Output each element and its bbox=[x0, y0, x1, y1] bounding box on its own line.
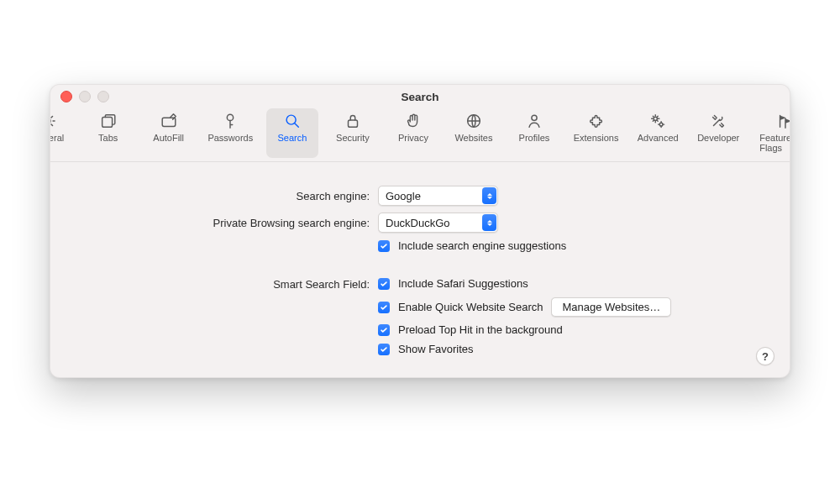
select-value: DuckDuckGo bbox=[386, 217, 450, 229]
lock-icon bbox=[344, 112, 362, 130]
svg-point-0 bbox=[50, 118, 50, 123]
manage-websites-button[interactable]: Manage Websites… bbox=[551, 297, 671, 317]
enable-quick-website-search-checkbox[interactable] bbox=[378, 302, 390, 313]
tab-label: Passwords bbox=[207, 133, 253, 143]
tab-privacy[interactable]: Privacy bbox=[387, 108, 439, 158]
search-engine-select[interactable]: Google bbox=[378, 186, 498, 206]
flags-icon bbox=[776, 112, 790, 130]
search-engine-label: Search engine: bbox=[76, 190, 378, 202]
preferences-window: Search General Tabs bbox=[50, 84, 790, 378]
tab-security[interactable]: Security bbox=[327, 108, 379, 158]
svg-rect-1 bbox=[102, 117, 112, 127]
tools-icon bbox=[709, 112, 727, 130]
content-area: Search engine: Google Private Browsing s… bbox=[50, 162, 790, 377]
include-engine-suggestions-checkbox[interactable] bbox=[378, 240, 390, 252]
globe-icon bbox=[465, 112, 483, 130]
help-button[interactable]: ? bbox=[756, 347, 774, 365]
smart-search-field-label: Smart Search Field: bbox=[76, 277, 378, 291]
select-value: Google bbox=[386, 190, 421, 202]
preload-top-hit-checkbox[interactable] bbox=[378, 324, 390, 336]
minimize-window-button[interactable] bbox=[79, 91, 91, 102]
gears-icon bbox=[648, 112, 667, 130]
private-engine-label: Private Browsing search engine: bbox=[76, 217, 378, 229]
magnifying-glass-icon bbox=[283, 112, 302, 130]
tab-passwords[interactable]: Passwords bbox=[203, 108, 258, 158]
tab-profiles[interactable]: Profiles bbox=[508, 108, 560, 158]
tab-search[interactable]: Search bbox=[266, 108, 318, 158]
puzzle-icon bbox=[587, 112, 606, 130]
tab-websites[interactable]: Websites bbox=[448, 108, 500, 158]
tab-label: Search bbox=[277, 133, 307, 143]
svg-point-9 bbox=[659, 123, 663, 126]
tab-label: AutoFill bbox=[153, 133, 184, 143]
tab-tabs[interactable]: Tabs bbox=[82, 108, 134, 158]
gear-icon bbox=[50, 112, 57, 130]
checkbox-label: Enable Quick Website Search bbox=[398, 301, 543, 313]
tabs-icon bbox=[99, 112, 118, 130]
preferences-toolbar: General Tabs AutoFill bbox=[50, 108, 790, 162]
tab-label: General bbox=[50, 133, 64, 143]
hand-icon bbox=[404, 112, 423, 130]
key-icon bbox=[221, 112, 239, 130]
show-favorites-checkbox[interactable] bbox=[378, 344, 390, 355]
tab-general[interactable]: General bbox=[50, 108, 74, 158]
svg-rect-5 bbox=[348, 120, 357, 127]
checkbox-label: Show Favorites bbox=[398, 343, 474, 355]
checkbox-label: Include search engine suggestions bbox=[398, 239, 566, 252]
tab-advanced[interactable]: Advanced bbox=[632, 108, 684, 158]
tab-label: Profiles bbox=[519, 133, 550, 143]
tab-label: Security bbox=[336, 133, 370, 143]
titlebar: Search bbox=[50, 85, 790, 108]
tab-label: Websites bbox=[454, 133, 492, 143]
tab-label: Tabs bbox=[98, 133, 118, 143]
checkbox-label: Preload Top Hit in the background bbox=[398, 323, 563, 336]
tab-label: Feature Flags bbox=[759, 133, 790, 153]
tab-autofill[interactable]: AutoFill bbox=[143, 108, 195, 158]
tab-developer[interactable]: Developer bbox=[692, 108, 744, 158]
tab-label: Advanced bbox=[638, 133, 679, 143]
button-label: Manage Websites… bbox=[562, 301, 660, 313]
chevron-up-down-icon bbox=[482, 214, 496, 231]
help-label: ? bbox=[762, 350, 769, 363]
svg-point-3 bbox=[228, 114, 234, 120]
svg-point-7 bbox=[532, 115, 537, 120]
tab-feature-flags[interactable]: Feature Flags bbox=[753, 108, 790, 158]
person-icon bbox=[525, 112, 543, 130]
window-title: Search bbox=[401, 91, 438, 103]
tab-label: Extensions bbox=[574, 133, 619, 143]
pencil-box-icon bbox=[160, 112, 178, 130]
chevron-up-down-icon bbox=[482, 187, 496, 204]
tab-label: Developer bbox=[697, 133, 739, 143]
include-safari-suggestions-checkbox[interactable] bbox=[378, 278, 390, 290]
checkbox-label: Include Safari Suggestions bbox=[398, 277, 528, 290]
close-window-button[interactable] bbox=[60, 91, 72, 102]
private-engine-select[interactable]: DuckDuckGo bbox=[378, 213, 498, 233]
tab-extensions[interactable]: Extensions bbox=[569, 108, 623, 158]
traffic-lights bbox=[60, 91, 109, 102]
zoom-window-button[interactable] bbox=[97, 91, 109, 102]
tab-label: Privacy bbox=[398, 133, 428, 143]
svg-point-8 bbox=[654, 117, 657, 120]
